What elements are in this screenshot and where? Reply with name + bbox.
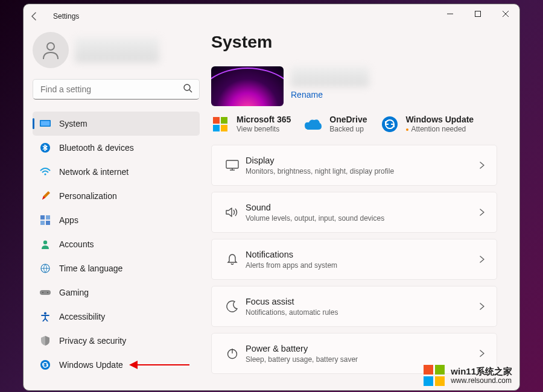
svg-rect-26 bbox=[226, 160, 238, 168]
card-title: Notifications bbox=[246, 249, 480, 261]
main-pane: System Rename Microsoft 365View benefits… bbox=[209, 28, 519, 390]
service-update-ring[interactable]: Windows UpdateAttention needed bbox=[381, 115, 474, 134]
user-section[interactable] bbox=[33, 32, 200, 68]
close-button[interactable] bbox=[492, 4, 519, 24]
maximize-icon bbox=[475, 11, 481, 17]
bluetooth-icon bbox=[39, 143, 52, 153]
service-onedrive[interactable]: OneDriveBacked up bbox=[304, 115, 367, 134]
user-name-redacted bbox=[75, 37, 159, 63]
person-icon bbox=[39, 239, 52, 249]
card-sound[interactable]: SoundVolume levels, output, input, sound… bbox=[211, 192, 497, 233]
service-title: OneDrive bbox=[329, 115, 367, 125]
nav-item-label: Accessibility bbox=[59, 312, 105, 321]
nav-item-gamepad[interactable]: Gaming bbox=[33, 280, 200, 305]
nav-item-accessibility[interactable]: Accessibility bbox=[33, 305, 200, 329]
globe-icon bbox=[39, 264, 52, 273]
window-title: Settings bbox=[53, 12, 79, 21]
brush-icon bbox=[39, 191, 52, 201]
svg-rect-24 bbox=[221, 125, 227, 131]
titlebar: Settings bbox=[24, 4, 519, 28]
settings-window: Settings SystemBluetooth & devicesNetwor… bbox=[23, 4, 520, 391]
gamepad-icon bbox=[39, 289, 52, 296]
svg-rect-23 bbox=[213, 125, 220, 131]
card-subtitle: Notifications, automatic rules bbox=[246, 308, 480, 317]
nav-item-label: Accounts bbox=[59, 239, 94, 249]
card-display[interactable]: DisplayMonitors, brightness, night light… bbox=[211, 145, 497, 186]
card-moon[interactable]: Focus assistNotifications, automatic rul… bbox=[211, 286, 497, 327]
svg-rect-6 bbox=[41, 121, 50, 126]
watermark-text: win11系统之家 bbox=[451, 366, 512, 376]
svg-point-17 bbox=[47, 292, 48, 293]
nav-item-globe[interactable]: Time & language bbox=[33, 256, 200, 280]
maximize-button[interactable] bbox=[464, 4, 492, 24]
sidebar: SystemBluetooth & devicesNetwork & inter… bbox=[24, 28, 209, 390]
card-subtitle: Alerts from apps and system bbox=[246, 261, 480, 270]
svg-rect-10 bbox=[46, 215, 50, 220]
nav-item-label: Apps bbox=[59, 215, 78, 225]
card-title: Sound bbox=[246, 202, 480, 213]
update-ring-icon bbox=[381, 115, 399, 133]
service-subtitle: Backed up bbox=[329, 125, 367, 134]
close-icon bbox=[503, 11, 509, 17]
nav-item-update[interactable]: Windows Update bbox=[33, 353, 200, 377]
person-icon bbox=[40, 40, 61, 60]
nav-item-label: Gaming bbox=[59, 288, 89, 297]
service-title: Windows Update bbox=[406, 115, 474, 125]
svg-point-25 bbox=[382, 116, 398, 132]
nav-item-brush[interactable]: Personalization bbox=[33, 184, 200, 208]
card-subtitle: Sleep, battery usage, battery saver bbox=[246, 355, 480, 364]
update-icon bbox=[39, 360, 52, 370]
sound-icon bbox=[219, 207, 246, 218]
device-name-redacted bbox=[291, 66, 369, 87]
svg-rect-22 bbox=[221, 117, 227, 124]
bell-icon bbox=[219, 253, 246, 265]
page-title: System bbox=[211, 32, 517, 52]
svg-rect-12 bbox=[46, 221, 50, 225]
search-box bbox=[33, 79, 200, 100]
attention-dot-icon bbox=[406, 128, 408, 131]
svg-point-13 bbox=[43, 241, 47, 244]
chevron-right-icon bbox=[480, 209, 484, 216]
svg-rect-1 bbox=[475, 11, 481, 17]
nav-item-label: Windows Update bbox=[59, 360, 123, 370]
back-button[interactable] bbox=[30, 12, 52, 21]
minimize-icon bbox=[447, 11, 453, 17]
service-ms365[interactable]: Microsoft 365View benefits bbox=[211, 115, 291, 134]
window-controls bbox=[436, 4, 519, 24]
nav-item-bluetooth[interactable]: Bluetooth & devices bbox=[33, 136, 200, 160]
card-title: Focus assist bbox=[246, 296, 480, 308]
desktop-thumbnail[interactable] bbox=[211, 66, 284, 106]
svg-rect-21 bbox=[213, 117, 220, 124]
chevron-right-icon bbox=[480, 303, 484, 310]
settings-cards: DisplayMonitors, brightness, night light… bbox=[211, 145, 517, 374]
nav-item-shield[interactable]: Privacy & security bbox=[33, 329, 200, 353]
search-input[interactable] bbox=[33, 79, 200, 100]
callout-arrow bbox=[129, 356, 189, 374]
display-icon bbox=[219, 160, 246, 171]
service-row: Microsoft 365View benefitsOneDriveBacked… bbox=[211, 115, 517, 134]
nav-item-label: Personalization bbox=[59, 191, 117, 201]
nav-item-system[interactable]: System bbox=[33, 112, 200, 136]
nav-item-wifi[interactable]: Network & internet bbox=[33, 160, 200, 184]
service-subtitle: Attention needed bbox=[406, 125, 474, 134]
avatar bbox=[33, 32, 69, 68]
nav-item-label: Bluetooth & devices bbox=[59, 143, 134, 153]
ms365-icon bbox=[211, 115, 229, 133]
svg-point-8 bbox=[44, 173, 46, 175]
nav-item-person[interactable]: Accounts bbox=[33, 232, 200, 256]
service-title: Microsoft 365 bbox=[237, 115, 291, 125]
nav-list: SystemBluetooth & devicesNetwork & inter… bbox=[33, 112, 200, 377]
svg-point-16 bbox=[42, 292, 43, 293]
power-icon bbox=[219, 347, 246, 359]
watermark-url: www.relsound.com bbox=[451, 376, 512, 385]
accessibility-icon bbox=[39, 312, 52, 321]
rename-link[interactable]: Rename bbox=[291, 90, 323, 100]
system-icon bbox=[39, 119, 52, 128]
nav-item-label: Network & internet bbox=[59, 167, 129, 177]
svg-point-18 bbox=[44, 312, 46, 315]
svg-point-2 bbox=[47, 43, 54, 50]
nav-item-apps[interactable]: Apps bbox=[33, 208, 200, 232]
card-subtitle: Monitors, brightness, night light, displ… bbox=[246, 166, 480, 176]
card-bell[interactable]: NotificationsAlerts from apps and system bbox=[211, 239, 497, 280]
minimize-button[interactable] bbox=[436, 4, 464, 24]
